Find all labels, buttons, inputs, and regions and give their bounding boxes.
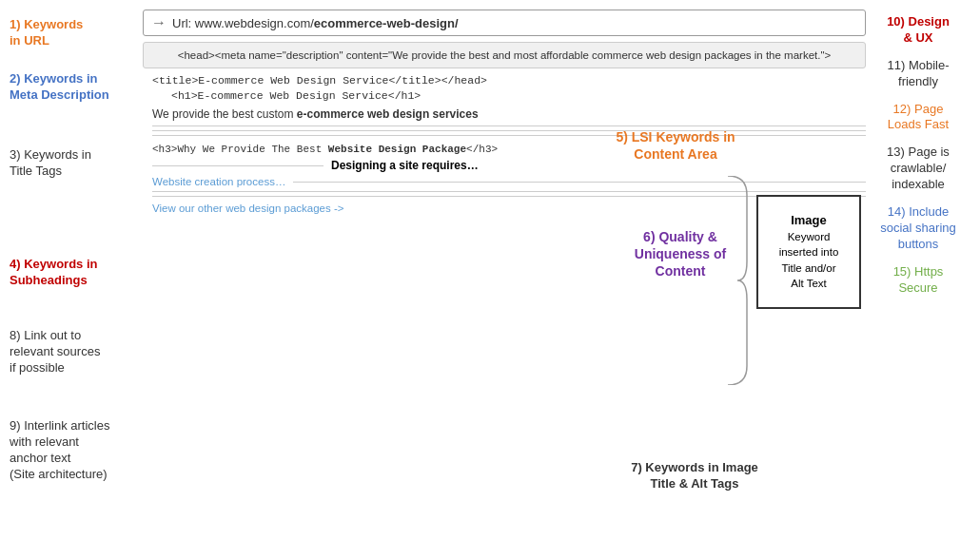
label-1-keywords-url: 1) Keywordsin URL xyxy=(10,17,83,49)
label-7-text: 7) Keywords in ImageTitle & Alt Tags xyxy=(631,460,758,491)
label-6-text: 6) Quality &Uniqueness ofContent xyxy=(635,229,726,279)
h1-code-text: <h1>E-commerce Web Design Service</h1> xyxy=(171,89,421,102)
body-text-normal: We provide the best custom xyxy=(152,107,297,121)
h3-code-text: <h3>Why We Provide The Best xyxy=(152,144,328,155)
h1-code: <h1>E-commerce Web Design Service</h1> xyxy=(171,89,866,102)
label-2-meta-desc: 2) Keywords inMeta Description xyxy=(10,71,109,104)
label-1-number: 1) Keywordsin URL xyxy=(10,17,83,48)
main-container: 1) Keywordsin URL 2) Keywords inMeta Des… xyxy=(0,0,980,540)
image-box: Image Keywordinserted intoTitle and/orAl… xyxy=(756,195,861,309)
label-15-text: 15) HttpsSecure xyxy=(893,264,944,295)
image-box-desc: Keywordinserted intoTitle and/orAlt Text xyxy=(779,229,839,290)
body-text-bold: e-commerce web design services xyxy=(297,107,479,121)
image-box-label: Image xyxy=(791,213,827,227)
h3-code-end: </h3> xyxy=(466,144,498,155)
label-13-crawlable: 13) Page iscrawlable/indexable xyxy=(866,145,970,193)
meta-description-code: <head><meta name="description" content="… xyxy=(143,42,866,68)
label-3-text: 3) Keywords inTitle Tags xyxy=(10,147,91,178)
label-11-mobile: 11) Mobile-friendly xyxy=(866,58,970,90)
content-line-4 xyxy=(152,191,866,192)
content-line-3 xyxy=(152,135,866,136)
label-14-social: 14) Includesocial sharingbuttons xyxy=(866,204,970,253)
label-10-text: 10) Design& UX xyxy=(887,14,950,45)
label-15-https: 15) HttpsSecure xyxy=(866,264,970,297)
label-14-text: 14) Includesocial sharingbuttons xyxy=(880,204,956,251)
label-13-text: 13) Page iscrawlable/indexable xyxy=(887,145,950,191)
right-labels: 10) Design& UX 11) Mobile-friendly 12) P… xyxy=(866,10,970,530)
h3-code-bold: Website Design Package xyxy=(328,144,466,155)
content-line-1 xyxy=(152,125,866,126)
link1-line xyxy=(293,182,866,183)
designing-row: Designing a site requires… xyxy=(152,159,866,172)
label-4-text: 4) Keywords inSubheadings xyxy=(10,257,97,287)
title-tag-code: <title>E-commerce Web Design Service</ti… xyxy=(152,74,866,87)
label-9-interlink: 9) Interlink articleswith relevantanchor… xyxy=(10,418,109,483)
center-content: → Url: www.webdesign.com/ecommerce-web-d… xyxy=(143,10,866,530)
label-11-text: 11) Mobile-friendly xyxy=(887,58,949,88)
label-8-text: 8) Link out torelevant sourcesif possibl… xyxy=(10,328,100,375)
link2[interactable]: View our other web design packages -> xyxy=(152,202,343,214)
label-9-text: 9) Interlink articleswith relevantanchor… xyxy=(10,418,109,481)
body-content: We provide the best custom e-commerce we… xyxy=(152,107,866,136)
url-text-normal: Url: www.webdesign.com/ xyxy=(172,16,314,30)
label-8-link-out: 8) Link out torelevant sourcesif possibl… xyxy=(10,328,100,376)
url-text-bold: ecommerce-web-design/ xyxy=(314,16,459,30)
label-4-subheadings: 4) Keywords inSubheadings xyxy=(10,257,97,289)
url-arrow: → xyxy=(151,14,167,31)
brace-svg xyxy=(723,176,752,385)
left-labels: 1) Keywordsin URL 2) Keywords inMeta Des… xyxy=(10,10,143,530)
link1[interactable]: Website creation process… xyxy=(152,176,285,187)
label-12-loads-fast: 12) PageLoads Fast xyxy=(866,102,970,134)
label-10-design: 10) Design& UX xyxy=(866,14,970,47)
link1-row: Website creation process… xyxy=(152,176,866,187)
label-7-image-kw: 7) Keywords in ImageTitle & Alt Tags xyxy=(618,460,771,492)
label-12-text: 12) PageLoads Fast xyxy=(888,102,949,132)
url-bar: → Url: www.webdesign.com/ecommerce-web-d… xyxy=(143,10,866,36)
h3-code: <h3>Why We Provide The Best Website Desi… xyxy=(152,144,866,155)
title-code-text: <title>E-commerce Web Design Service</ti… xyxy=(152,74,487,87)
content-line-2 xyxy=(152,130,866,131)
meta-code-text: <head><meta name="description" content="… xyxy=(178,49,832,61)
label-2-text: 2) Keywords inMeta Description xyxy=(10,71,109,102)
label-3-title-tags: 3) Keywords inTitle Tags xyxy=(10,147,91,180)
designing-text: Designing a site requires… xyxy=(331,159,479,172)
body-text: We provide the best custom e-commerce we… xyxy=(152,107,866,121)
designing-line xyxy=(152,165,323,166)
